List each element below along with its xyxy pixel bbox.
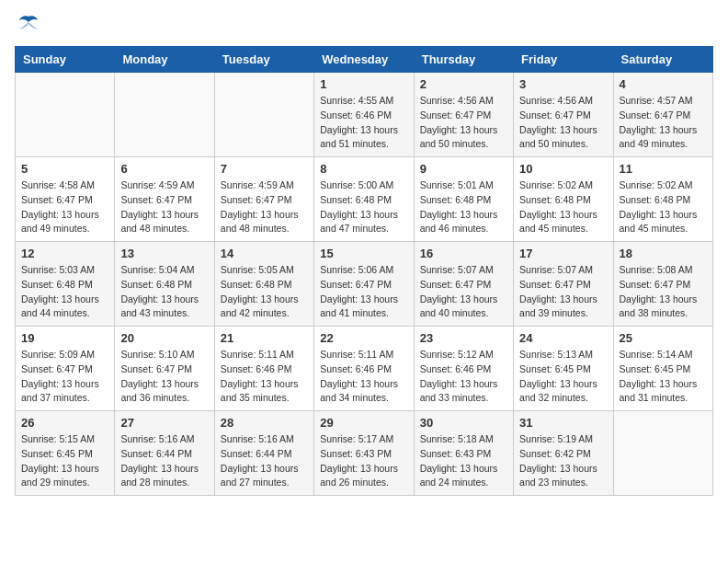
- week-row-2: 5Sunrise: 4:58 AM Sunset: 6:47 PM Daylig…: [16, 157, 713, 242]
- day-info: Sunrise: 5:01 AM Sunset: 6:48 PM Dayligh…: [420, 178, 507, 236]
- weekday-header-wednesday: Wednesday: [314, 47, 414, 73]
- calendar-cell: 4Sunrise: 4:57 AM Sunset: 6:47 PM Daylig…: [613, 73, 712, 157]
- day-info: Sunrise: 5:16 AM Sunset: 6:44 PM Dayligh…: [221, 432, 308, 490]
- day-info: Sunrise: 5:03 AM Sunset: 6:48 PM Dayligh…: [21, 263, 108, 321]
- calendar-cell: 16Sunrise: 5:07 AM Sunset: 6:47 PM Dayli…: [414, 242, 513, 327]
- calendar-cell: 24Sunrise: 5:13 AM Sunset: 6:45 PM Dayli…: [514, 327, 613, 411]
- day-number: 11: [620, 162, 707, 176]
- day-info: Sunrise: 4:58 AM Sunset: 6:47 PM Dayligh…: [21, 178, 108, 236]
- day-info: Sunrise: 5:04 AM Sunset: 6:48 PM Dayligh…: [120, 263, 208, 321]
- day-info: Sunrise: 4:56 AM Sunset: 6:47 PM Dayligh…: [420, 94, 507, 152]
- calendar-cell: [115, 73, 214, 157]
- calendar-table: SundayMondayTuesdayWednesdayThursdayFrid…: [15, 46, 713, 496]
- calendar-cell: [214, 73, 313, 157]
- calendar-cell: 13Sunrise: 5:04 AM Sunset: 6:48 PM Dayli…: [115, 242, 214, 327]
- calendar-cell: 22Sunrise: 5:11 AM Sunset: 6:46 PM Dayli…: [314, 327, 414, 411]
- calendar-cell: 17Sunrise: 5:07 AM Sunset: 6:47 PM Dayli…: [514, 242, 613, 327]
- day-number: 24: [519, 331, 607, 345]
- calendar-cell: [16, 73, 115, 157]
- day-info: Sunrise: 5:02 AM Sunset: 6:48 PM Dayligh…: [620, 178, 707, 236]
- calendar-cell: 18Sunrise: 5:08 AM Sunset: 6:47 PM Dayli…: [613, 242, 712, 327]
- day-info: Sunrise: 4:56 AM Sunset: 6:47 PM Dayligh…: [519, 94, 607, 152]
- day-number: 14: [221, 247, 308, 260]
- day-info: Sunrise: 4:57 AM Sunset: 6:47 PM Dayligh…: [620, 94, 707, 152]
- day-number: 21: [221, 331, 308, 345]
- day-info: Sunrise: 5:12 AM Sunset: 6:46 PM Dayligh…: [420, 348, 507, 406]
- day-info: Sunrise: 4:59 AM Sunset: 6:47 PM Dayligh…: [221, 178, 308, 236]
- calendar-cell: 19Sunrise: 5:09 AM Sunset: 6:47 PM Dayli…: [16, 327, 115, 411]
- day-number: 13: [120, 247, 208, 260]
- day-number: 29: [320, 416, 407, 430]
- day-info: Sunrise: 5:10 AM Sunset: 6:47 PM Dayligh…: [120, 348, 208, 406]
- day-info: Sunrise: 5:07 AM Sunset: 6:47 PM Dayligh…: [519, 263, 607, 321]
- calendar-cell: 3Sunrise: 4:56 AM Sunset: 6:47 PM Daylig…: [514, 73, 613, 157]
- day-info: Sunrise: 5:14 AM Sunset: 6:45 PM Dayligh…: [620, 348, 707, 406]
- calendar-cell: 29Sunrise: 5:17 AM Sunset: 6:43 PM Dayli…: [314, 411, 414, 496]
- day-number: 20: [120, 331, 208, 345]
- calendar-cell: 25Sunrise: 5:14 AM Sunset: 6:45 PM Dayli…: [613, 327, 712, 411]
- day-info: Sunrise: 4:59 AM Sunset: 6:47 PM Dayligh…: [120, 178, 208, 236]
- day-number: 27: [120, 416, 208, 430]
- day-number: 7: [221, 162, 308, 176]
- week-row-4: 19Sunrise: 5:09 AM Sunset: 6:47 PM Dayli…: [16, 327, 713, 411]
- day-info: Sunrise: 5:02 AM Sunset: 6:48 PM Dayligh…: [519, 178, 607, 236]
- weekday-header-tuesday: Tuesday: [214, 47, 313, 73]
- calendar-cell: 7Sunrise: 4:59 AM Sunset: 6:47 PM Daylig…: [214, 157, 313, 242]
- day-number: 8: [320, 162, 407, 176]
- calendar-cell: 23Sunrise: 5:12 AM Sunset: 6:46 PM Dayli…: [414, 327, 513, 411]
- week-row-3: 12Sunrise: 5:03 AM Sunset: 6:48 PM Dayli…: [16, 242, 713, 327]
- weekday-header-monday: Monday: [115, 47, 214, 73]
- calendar-cell: 8Sunrise: 5:00 AM Sunset: 6:48 PM Daylig…: [314, 157, 414, 242]
- calendar-cell: 10Sunrise: 5:02 AM Sunset: 6:48 PM Dayli…: [514, 157, 613, 242]
- page-header: [15, 15, 713, 35]
- weekday-header-row: SundayMondayTuesdayWednesdayThursdayFrid…: [16, 47, 713, 73]
- calendar-cell: 27Sunrise: 5:16 AM Sunset: 6:44 PM Dayli…: [115, 411, 214, 496]
- calendar-cell: 6Sunrise: 4:59 AM Sunset: 6:47 PM Daylig…: [115, 157, 214, 242]
- calendar-cell: 2Sunrise: 4:56 AM Sunset: 6:47 PM Daylig…: [414, 73, 513, 157]
- day-number: 23: [420, 331, 507, 345]
- calendar-cell: 12Sunrise: 5:03 AM Sunset: 6:48 PM Dayli…: [16, 242, 115, 327]
- calendar-cell: 31Sunrise: 5:19 AM Sunset: 6:42 PM Dayli…: [514, 411, 613, 496]
- calendar-cell: 9Sunrise: 5:01 AM Sunset: 6:48 PM Daylig…: [414, 157, 513, 242]
- week-row-5: 26Sunrise: 5:15 AM Sunset: 6:45 PM Dayli…: [16, 411, 713, 496]
- day-number: 26: [21, 416, 108, 430]
- day-number: 19: [21, 331, 108, 345]
- weekday-header-sunday: Sunday: [16, 47, 115, 73]
- day-number: 5: [21, 162, 108, 176]
- day-number: 10: [519, 162, 607, 176]
- day-info: Sunrise: 5:13 AM Sunset: 6:45 PM Dayligh…: [519, 348, 607, 406]
- calendar-cell: 15Sunrise: 5:06 AM Sunset: 6:47 PM Dayli…: [314, 242, 414, 327]
- calendar-cell: 28Sunrise: 5:16 AM Sunset: 6:44 PM Dayli…: [214, 411, 313, 496]
- calendar-cell: 11Sunrise: 5:02 AM Sunset: 6:48 PM Dayli…: [613, 157, 712, 242]
- calendar-cell: [613, 411, 712, 496]
- day-info: Sunrise: 5:16 AM Sunset: 6:44 PM Dayligh…: [120, 432, 208, 490]
- day-number: 17: [519, 247, 607, 260]
- day-info: Sunrise: 5:00 AM Sunset: 6:48 PM Dayligh…: [320, 178, 407, 236]
- day-info: Sunrise: 5:17 AM Sunset: 6:43 PM Dayligh…: [320, 432, 407, 490]
- day-number: 9: [420, 162, 507, 176]
- day-info: Sunrise: 5:11 AM Sunset: 6:46 PM Dayligh…: [221, 348, 308, 406]
- day-info: Sunrise: 4:55 AM Sunset: 6:46 PM Dayligh…: [320, 94, 407, 152]
- day-number: 6: [120, 162, 208, 176]
- calendar-cell: 5Sunrise: 4:58 AM Sunset: 6:47 PM Daylig…: [16, 157, 115, 242]
- day-number: 22: [320, 331, 407, 345]
- day-number: 1: [320, 77, 407, 91]
- day-number: 12: [21, 247, 108, 260]
- day-number: 3: [519, 77, 607, 91]
- calendar-cell: 30Sunrise: 5:18 AM Sunset: 6:43 PM Dayli…: [414, 411, 513, 496]
- day-number: 15: [320, 247, 407, 260]
- day-info: Sunrise: 5:19 AM Sunset: 6:42 PM Dayligh…: [519, 432, 607, 490]
- calendar-cell: 21Sunrise: 5:11 AM Sunset: 6:46 PM Dayli…: [214, 327, 313, 411]
- day-number: 16: [420, 247, 507, 260]
- week-row-1: 1Sunrise: 4:55 AM Sunset: 6:46 PM Daylig…: [16, 73, 713, 157]
- weekday-header-saturday: Saturday: [613, 47, 712, 73]
- day-number: 25: [620, 331, 707, 345]
- calendar-cell: 20Sunrise: 5:10 AM Sunset: 6:47 PM Dayli…: [115, 327, 214, 411]
- day-info: Sunrise: 5:09 AM Sunset: 6:47 PM Dayligh…: [21, 348, 108, 406]
- day-info: Sunrise: 5:18 AM Sunset: 6:43 PM Dayligh…: [420, 432, 507, 490]
- day-number: 31: [519, 416, 607, 430]
- day-info: Sunrise: 5:11 AM Sunset: 6:46 PM Dayligh…: [320, 348, 407, 406]
- calendar-cell: 14Sunrise: 5:05 AM Sunset: 6:48 PM Dayli…: [214, 242, 313, 327]
- day-number: 18: [620, 247, 707, 260]
- weekday-header-friday: Friday: [514, 47, 613, 73]
